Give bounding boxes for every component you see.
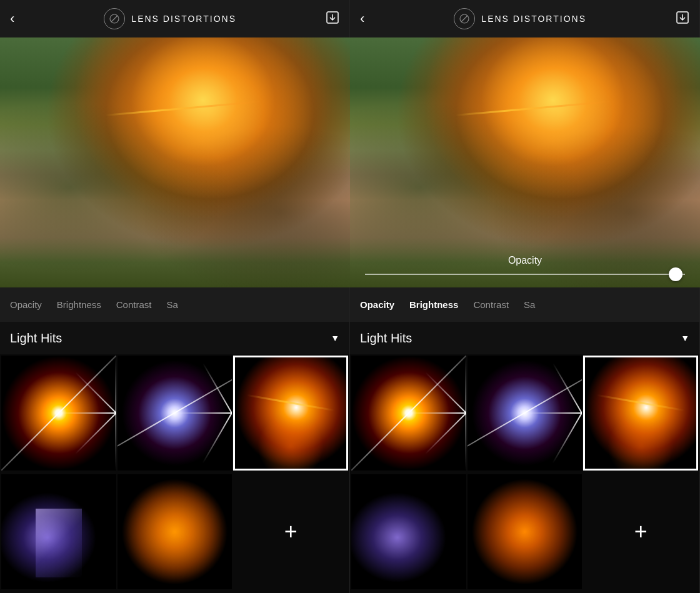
right-download-button[interactable]: [676, 11, 689, 27]
right-dropdown-icon[interactable]: ▼: [681, 333, 689, 343]
left-effect-3[interactable]: [233, 356, 348, 471]
right-effect-add[interactable]: +: [583, 474, 698, 589]
right-light-hits-title: Light Hits: [360, 331, 412, 346]
right-control-contrast[interactable]: Contrast: [466, 299, 516, 310]
left-effect-add[interactable]: +: [233, 474, 348, 589]
opacity-label: Opacity: [360, 255, 690, 266]
svg-line-1: [111, 16, 118, 22]
left-effect-1[interactable]: [1, 356, 116, 471]
right-header-center: LENS DISTORTIONS: [454, 8, 586, 29]
left-add-icon: +: [284, 521, 298, 543]
left-effects-grid: +: [0, 354, 349, 593]
left-controls-bar: Opacity Brightness Contrast Sa: [0, 287, 349, 322]
left-light-hits-title: Light Hits: [10, 331, 62, 346]
right-effect-5[interactable]: [468, 474, 582, 589]
right-back-button[interactable]: ‹: [360, 12, 364, 26]
right-light-hits-section: Light Hits ▼ +: [350, 322, 699, 593]
left-dropdown-icon[interactable]: ▼: [331, 333, 339, 343]
right-add-icon: +: [634, 521, 648, 543]
left-app-title: LENS DISTORTIONS: [131, 14, 236, 24]
svg-line-5: [461, 16, 468, 22]
left-photo-area: [0, 37, 350, 287]
left-light-hits-section: Light Hits ▼ +: [0, 322, 349, 593]
right-effect-2[interactable]: [468, 356, 582, 471]
left-control-brightness[interactable]: Brightness: [49, 299, 109, 310]
right-effect-1[interactable]: [351, 356, 466, 471]
opacity-slider-track[interactable]: [365, 274, 685, 275]
opacity-overlay: Opacity: [350, 245, 700, 287]
left-download-button[interactable]: [326, 11, 339, 27]
right-logo-icon: [454, 8, 475, 29]
left-control-opacity[interactable]: Opacity: [2, 299, 49, 310]
left-effect-5[interactable]: [118, 474, 232, 589]
right-control-brightness[interactable]: Brightness: [402, 299, 466, 310]
left-photo-bg: [0, 37, 350, 287]
right-control-saturation[interactable]: Sa: [516, 299, 542, 310]
left-logo-icon: [104, 8, 125, 29]
left-panel: ‹ LENS DISTORTIONS Opacity Brightness Co…: [0, 0, 350, 593]
left-control-saturation[interactable]: Sa: [159, 299, 185, 310]
opacity-slider-thumb[interactable]: [669, 267, 682, 281]
right-photo-area: Opacity: [350, 37, 700, 287]
right-panel: ‹ LENS DISTORTIONS Opacity: [350, 0, 700, 593]
right-effects-grid: +: [350, 354, 699, 593]
right-app-title: LENS DISTORTIONS: [481, 14, 586, 24]
left-effect-2[interactable]: [118, 356, 232, 471]
left-effect-4[interactable]: [1, 474, 116, 589]
left-header-center: LENS DISTORTIONS: [104, 8, 236, 29]
left-light-hits-header[interactable]: Light Hits ▼: [0, 322, 349, 354]
left-control-contrast[interactable]: Contrast: [109, 299, 159, 310]
left-header: ‹ LENS DISTORTIONS: [0, 0, 349, 37]
right-effect-3[interactable]: [583, 356, 698, 471]
right-light-hits-header[interactable]: Light Hits ▼: [350, 322, 699, 354]
right-effect-4[interactable]: [351, 474, 466, 589]
right-control-opacity[interactable]: Opacity: [352, 299, 402, 310]
right-header: ‹ LENS DISTORTIONS: [350, 0, 699, 37]
left-back-button[interactable]: ‹: [10, 12, 14, 26]
right-controls-bar: Opacity Brightness Contrast Sa: [350, 287, 699, 322]
